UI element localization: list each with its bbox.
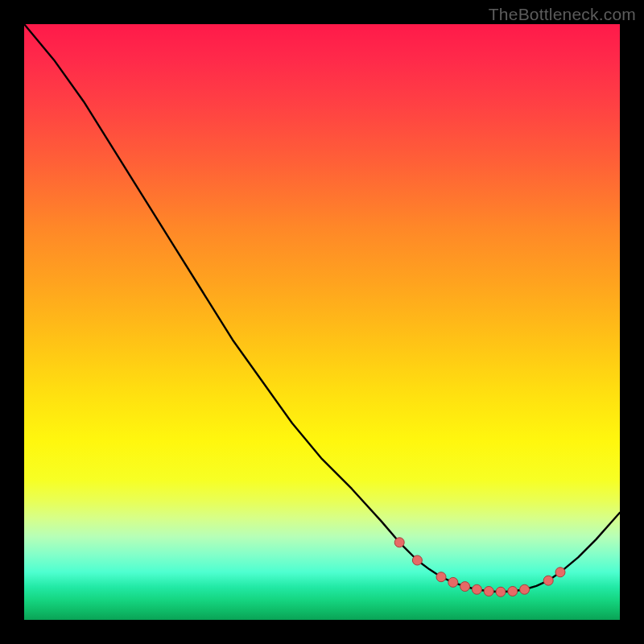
svg-point-2 (436, 572, 446, 582)
watermark-text: TheBottleneck.com (489, 5, 636, 24)
chart-svg (24, 24, 620, 620)
svg-point-0 (394, 538, 404, 547)
svg-point-4 (460, 582, 470, 592)
svg-point-7 (496, 587, 506, 597)
svg-point-6 (484, 586, 493, 596)
svg-point-3 (448, 577, 458, 587)
curve-markers (394, 538, 565, 597)
plot-area (24, 24, 620, 620)
svg-point-8 (508, 586, 518, 596)
svg-point-11 (555, 568, 565, 577)
svg-point-10 (543, 576, 553, 585)
svg-point-9 (520, 584, 530, 594)
curve-line (24, 24, 620, 592)
svg-point-1 (412, 555, 422, 565)
svg-point-5 (472, 584, 481, 594)
chart-stage: TheBottleneck.com (0, 0, 644, 644)
